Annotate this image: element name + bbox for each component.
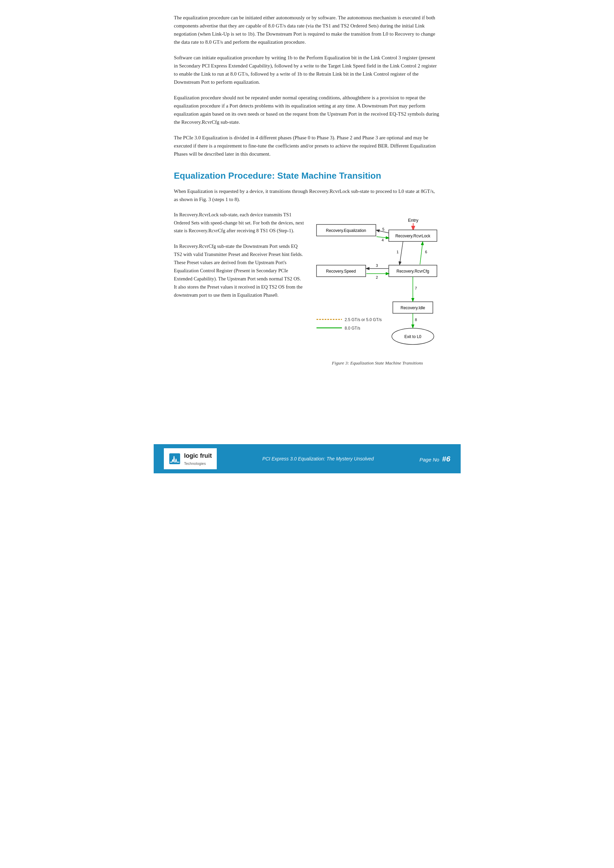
svg-text:7: 7	[415, 286, 417, 290]
page-number: #6	[442, 455, 450, 463]
col-left-para-2: In Recovery.RcvrCfg sub-state the Downst…	[174, 242, 305, 299]
paragraph-3: Equalization procedure should not be rep…	[174, 94, 440, 126]
state-machine-diagram: Recovery.Equalization Entry Recovery.Rcv…	[315, 214, 440, 357]
paragraph-1: The equalization procedure can be initia…	[174, 14, 440, 46]
right-column: Recovery.Equalization Entry Recovery.Rcv…	[315, 211, 440, 367]
paragraph-2-text: Software can initiate equalization proce…	[174, 55, 437, 85]
logo-main: logic fruit	[184, 451, 212, 461]
paragraph-2: Software can initiate equalization proce…	[174, 54, 440, 86]
svg-text:Exit to L0: Exit to L0	[404, 334, 421, 339]
paragraph-3-text: Equalization procedure should not be rep…	[174, 95, 439, 125]
two-column-section: In Recovery.RcvrLock sub-state, each dev…	[174, 211, 440, 367]
figure-caption: Figure 3: Equalization State Machine Tra…	[315, 360, 440, 367]
section-title: Equalization Procedure: State Machine Tr…	[174, 169, 440, 183]
svg-line-18	[399, 242, 403, 265]
diagram-svg: Recovery.Equalization Entry Recovery.Rcv…	[315, 214, 440, 357]
svg-text:Entry: Entry	[408, 218, 418, 223]
logo-icon	[169, 453, 181, 465]
footer-page: Page No #6	[419, 453, 450, 465]
svg-text:Recovery.Idle: Recovery.Idle	[400, 305, 425, 310]
svg-text:2.5 GT/s or 5.0 GT/s: 2.5 GT/s or 5.0 GT/s	[345, 317, 382, 322]
footer-logo: logic fruit Technologies	[164, 448, 217, 469]
logo-sub: Technologies	[184, 461, 212, 467]
left-column: In Recovery.RcvrLock sub-state, each dev…	[174, 211, 305, 367]
svg-rect-34	[169, 453, 180, 464]
svg-text:1: 1	[396, 250, 398, 254]
paragraph-1-text: The equalization procedure can be initia…	[174, 15, 435, 45]
svg-text:3: 3	[376, 264, 378, 268]
svg-text:8: 8	[415, 318, 417, 322]
footer-title: PCI Express 3.0 Equalization: The Myster…	[262, 456, 373, 462]
logo-text: logic fruit Technologies	[184, 451, 212, 467]
col-left-para-2-text: In Recovery.RcvrCfg sub-state the Downst…	[174, 243, 303, 298]
footer-center-text: PCI Express 3.0 Equalization: The Myster…	[262, 455, 373, 462]
section-intro: When Equalization is requested by a devi…	[174, 187, 440, 203]
svg-text:Recovery.RcvrCfg: Recovery.RcvrCfg	[396, 269, 429, 274]
footer: logic fruit Technologies PCI Express 3.0…	[154, 444, 461, 473]
section-intro-text: When Equalization is requested by a devi…	[174, 189, 435, 202]
svg-line-20	[420, 242, 423, 265]
svg-text:4: 4	[381, 238, 383, 242]
page-content: The equalization procedure can be initia…	[154, 0, 461, 434]
paragraph-4-text: The PCIe 3.0 Equalization is divided in …	[174, 135, 436, 157]
svg-text:5: 5	[382, 227, 384, 231]
svg-text:8.0 GT/s: 8.0 GT/s	[345, 326, 360, 330]
svg-text:2: 2	[376, 275, 378, 279]
col-left-para-1: In Recovery.RcvrLock sub-state, each dev…	[174, 211, 305, 235]
paragraph-4: The PCIe 3.0 Equalization is divided in …	[174, 133, 440, 158]
svg-text:Recovery.Equalization: Recovery.Equalization	[326, 228, 366, 233]
svg-text:Recovery.Speed: Recovery.Speed	[326, 269, 356, 274]
svg-text:6: 6	[425, 250, 427, 254]
page-label: Page No	[419, 457, 439, 462]
svg-text:Recovery.RcvrLock: Recovery.RcvrLock	[395, 234, 431, 239]
col-left-para-1-text: In Recovery.RcvrLock sub-state, each dev…	[174, 212, 304, 234]
